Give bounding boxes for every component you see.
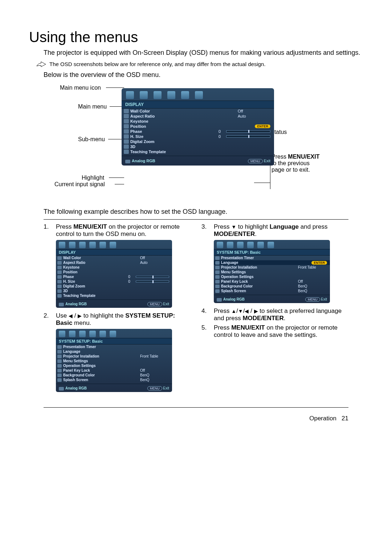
tab-icon[interactable]	[227, 242, 233, 248]
osd-row[interactable]: Projector InstallationFront Table	[214, 265, 330, 270]
osd-row[interactable]: Teaching Template	[56, 293, 172, 298]
tab-icon[interactable]	[195, 91, 203, 99]
tab-icon[interactable]	[79, 331, 86, 337]
row-value: Off	[298, 279, 327, 283]
intro-text: The projector is equipped with On-Screen…	[44, 49, 363, 57]
enter-badge[interactable]: ENTER	[255, 125, 270, 128]
row-label: Aspect Ratio	[63, 261, 137, 265]
osd-row[interactable]: Teaching Template	[122, 149, 274, 154]
tab-icon[interactable]	[110, 331, 116, 337]
row-label: Operation Settings	[221, 275, 327, 279]
tab-icon[interactable]	[140, 91, 148, 99]
row-icon	[124, 139, 129, 144]
callout-main-icon: Main menu icon	[60, 85, 101, 91]
osd-row[interactable]: Keystone	[122, 119, 274, 124]
tab-icon[interactable]	[99, 331, 106, 337]
row-label: Teaching Template	[130, 150, 270, 154]
slider[interactable]	[136, 281, 169, 282]
osd-row[interactable]: Presentation Timer	[56, 344, 172, 349]
slider[interactable]	[136, 276, 169, 278]
tab-icon[interactable]	[247, 242, 254, 248]
tab-icon[interactable]	[69, 242, 75, 248]
row-icon	[124, 114, 129, 118]
tab-icon[interactable]	[110, 242, 116, 248]
row-label: Projector Installation	[63, 354, 137, 358]
osd-row[interactable]: Wall ColorOff	[56, 256, 172, 260]
tab-icon[interactable]	[257, 242, 264, 248]
menu-pill[interactable]: MENU	[147, 386, 162, 391]
row-value: 0	[126, 275, 133, 279]
osd-row[interactable]: Aspect RatioAuto	[122, 114, 274, 119]
tab-icon[interactable]	[126, 91, 134, 99]
osd-row[interactable]: Phase0	[122, 129, 274, 134]
tab-icon[interactable]	[69, 331, 75, 337]
osd-row[interactable]: Keystone	[56, 265, 172, 270]
tab-icon[interactable]	[268, 242, 274, 248]
osd-row[interactable]: Language	[56, 349, 172, 354]
row-icon	[215, 275, 220, 279]
osd-step2: SYSTEM SETUP: Basic Presentation TimerLa…	[56, 329, 172, 392]
footer-input: Analog RGB	[132, 159, 155, 163]
row-icon	[57, 270, 62, 274]
osd-row[interactable]: Background ColorBenQ	[214, 284, 330, 289]
osd-row[interactable]: LanguageENTER	[214, 260, 330, 265]
row-icon	[57, 289, 62, 293]
tab-icon[interactable]	[79, 242, 86, 248]
row-icon	[215, 256, 220, 260]
row-icon	[57, 266, 62, 269]
row-icon	[124, 134, 129, 139]
osd-row[interactable]: Menu Settings	[56, 359, 172, 363]
osd-row[interactable]: Operation Settings	[214, 274, 330, 279]
tab-icon[interactable]	[89, 242, 96, 248]
osd-row[interactable]: PositionENTER	[122, 124, 274, 129]
row-value: BenQ	[140, 378, 169, 382]
osd-row[interactable]: Aspect RatioAuto	[56, 260, 172, 265]
menu-pill[interactable]: MENU	[305, 297, 320, 302]
osd-diagram: Main menu icon Main menu Sub-menu Highli…	[44, 85, 363, 204]
osd-row[interactable]: Presentation Timer	[214, 256, 330, 260]
enter-badge[interactable]: ENTER	[311, 261, 327, 265]
tab-icon[interactable]	[181, 91, 189, 99]
tab-icon[interactable]	[89, 331, 96, 337]
osd-row[interactable]: Panel Key LockOff	[214, 279, 330, 284]
menu-pill[interactable]: MENU	[248, 159, 263, 163]
row-icon	[57, 275, 62, 279]
osd-row[interactable]: Operation Settings	[56, 363, 172, 368]
tab-icon[interactable]	[59, 242, 65, 248]
row-value: Off	[140, 368, 169, 372]
footer-exit[interactable]: Exit	[264, 159, 270, 163]
osd-row[interactable]: Splash ScreenBenQ	[56, 378, 172, 382]
tab-icon[interactable]	[59, 331, 65, 337]
callout-press-menu-exit: Press MENU/EXIT to the previous page or …	[271, 154, 322, 173]
row-icon	[57, 355, 62, 358]
row-icon	[57, 350, 62, 354]
osd-title: DISPLAY	[56, 249, 172, 256]
tab-icon[interactable]	[154, 91, 162, 99]
osd-row[interactable]: H. Size0	[122, 134, 274, 139]
osd-row[interactable]: Background ColorBenQ	[56, 373, 172, 378]
page-footer: Operation 21	[44, 407, 348, 422]
row-value: BenQ	[298, 284, 327, 288]
tab-icon[interactable]	[217, 242, 223, 248]
osd-row[interactable]: Digital Zoom	[122, 139, 274, 144]
menu-pill[interactable]: MENU	[147, 302, 162, 306]
osd-row[interactable]: Splash ScreenBenQ	[214, 289, 330, 293]
slider[interactable]	[226, 135, 270, 138]
tab-icon[interactable]	[237, 242, 244, 248]
osd-row[interactable]: H. Size0	[56, 279, 172, 284]
following-text: The following example describes how to s…	[44, 208, 363, 216]
tab-icon[interactable]	[167, 91, 175, 99]
row-icon	[57, 294, 62, 298]
tab-icon[interactable]	[99, 242, 106, 248]
osd-row[interactable]: 3D	[56, 289, 172, 293]
osd-row[interactable]: 3D	[122, 144, 274, 149]
slider[interactable]	[226, 130, 270, 132]
osd-row[interactable]: Phase0	[56, 274, 172, 279]
osd-row[interactable]: Projector InstallationFront Table	[56, 354, 172, 359]
osd-row[interactable]: Panel Key LockOff	[56, 368, 172, 373]
osd-row[interactable]: Position	[56, 270, 172, 274]
osd-row[interactable]: Wall ColorOff	[122, 109, 274, 114]
osd-row[interactable]: Menu Settings	[214, 270, 330, 274]
osd-row[interactable]: Digital Zoom	[56, 284, 172, 289]
row-label: Background Color	[221, 284, 295, 288]
